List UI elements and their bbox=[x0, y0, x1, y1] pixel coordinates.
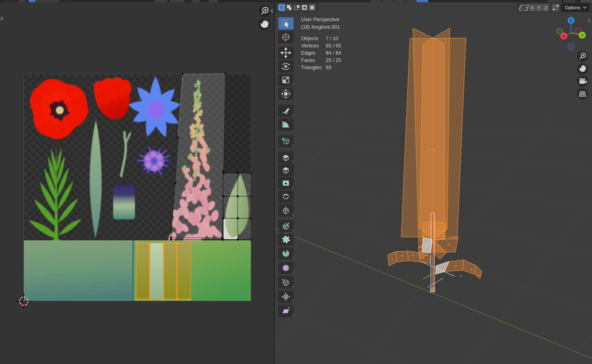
svg-text:Faces: Faces bbox=[301, 58, 315, 63]
svg-text:Vertices: Vertices bbox=[301, 43, 319, 49]
svg-text:25 / 25: 25 / 25 bbox=[326, 58, 341, 63]
svg-text:Triangles: Triangles bbox=[301, 65, 322, 70]
svg-text:Objects: Objects bbox=[301, 36, 318, 41]
svg-text:X: X bbox=[531, 5, 534, 10]
svg-text:Y: Y bbox=[581, 33, 584, 38]
svg-text:Options: Options bbox=[565, 5, 580, 10]
svg-text:84 / 84: 84 / 84 bbox=[326, 50, 341, 56]
svg-text:7 / 10: 7 / 10 bbox=[326, 36, 338, 41]
svg-text:X: X bbox=[562, 34, 565, 39]
svg-text:User Perspective: User Perspective bbox=[301, 17, 339, 22]
svg-text:Z: Z bbox=[545, 5, 547, 10]
svg-text:Edges: Edges bbox=[301, 50, 315, 56]
svg-text:Y: Y bbox=[538, 5, 540, 10]
svg-text:65 / 65: 65 / 65 bbox=[326, 43, 341, 49]
svg-text:Z: Z bbox=[570, 18, 572, 23]
svg-text:(18) foxglove.001: (18) foxglove.001 bbox=[301, 24, 340, 30]
svg-text:59: 59 bbox=[326, 65, 331, 70]
